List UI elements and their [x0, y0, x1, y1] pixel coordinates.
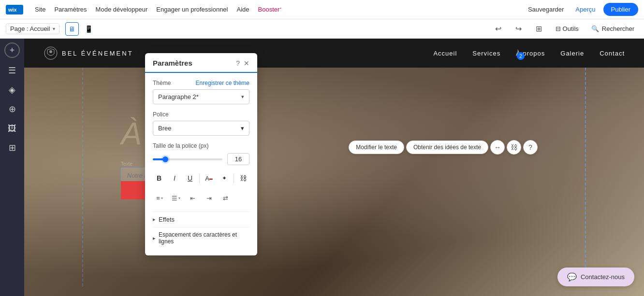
device-toggle: 🖥 📱: [65, 22, 95, 36]
panel-close-icon[interactable]: ✕: [244, 59, 249, 67]
sidebar-pages[interactable]: ☰: [3, 62, 21, 79]
font-size-label: Taille de la police (px): [153, 142, 249, 149]
highlight-button[interactable]: ✦: [218, 172, 231, 184]
sidebar-design[interactable]: ◈: [3, 81, 21, 99]
format-toolbar: B I U A▬ ✦ ⛓: [153, 172, 249, 184]
apercu-button[interactable]: Aperçu: [571, 4, 599, 15]
sidebar-apps[interactable]: ⊕: [3, 100, 21, 118]
page-bar: Page : Accueil ▾ 🖥 📱 ↩ ↪ ⊞ ⊟ Outils 🔍 Re…: [0, 19, 644, 39]
panel-header-icons: ? ✕: [236, 59, 249, 67]
chat-icon: 💬: [567, 272, 577, 282]
list-style-button[interactable]: ☰ ▾: [169, 191, 183, 205]
modifier-texte-button[interactable]: Modifier le texte: [349, 141, 404, 154]
site-nav: Accueil Services À propos Galerie Contac…: [433, 50, 625, 57]
panel-badge: 2: [517, 52, 525, 60]
nav-accueil[interactable]: Accueil: [433, 50, 457, 57]
top-bar: wix Site Paramètres Mode développeur Eng…: [0, 0, 644, 19]
tools-icon: ⊟: [556, 25, 561, 32]
publier-button[interactable]: Publier: [603, 3, 638, 16]
format-divider-1: [199, 173, 200, 183]
panel-help-icon[interactable]: ?: [236, 59, 240, 67]
theme-dropdown[interactable]: Paragraphe 2* ▾: [153, 89, 249, 104]
link-button[interactable]: ⛓: [237, 172, 249, 184]
top-bar-right: Sauvegarder Aperçu Publier: [524, 3, 638, 16]
underline-button[interactable]: U: [184, 172, 196, 184]
contactez-label: Contactez-nous: [581, 273, 625, 281]
espacement-row[interactable]: ▸ Espacement des caractères et lignes: [153, 227, 249, 249]
theme-row-label: Thème Enregistrer ce thème: [153, 80, 249, 86]
site-logo-icon: [44, 46, 58, 60]
site-preview: BEL ÉVÉNEMENT Accueil Services À propos …: [24, 39, 644, 296]
text-help-button[interactable]: ?: [523, 140, 538, 155]
page-bar-right: ↩ ↪ ⊞ ⊟ Outils 🔍 Rechercher: [491, 21, 638, 37]
format-divider-2: [234, 173, 234, 183]
mobile-icon[interactable]: 📱: [82, 22, 95, 36]
page-selector[interactable]: Page : Accueil ▾: [6, 23, 59, 34]
parametres-panel: Paramètres ? ✕ Thème Enregistrer ce thèm…: [145, 53, 257, 255]
indent-increase-icon: ⇥: [206, 195, 212, 202]
nav-contact[interactable]: Contact: [600, 50, 625, 57]
indent-increase-button[interactable]: ⇥: [202, 191, 216, 205]
nav-services[interactable]: Services: [472, 50, 500, 57]
bold-button[interactable]: B: [153, 172, 165, 184]
dashed-border-right: [585, 48, 586, 286]
font-size-input[interactable]: [227, 153, 249, 165]
nav-booster[interactable]: Booster: [258, 6, 281, 13]
site-header: BEL ÉVÉNEMENT Accueil Services À propos …: [24, 39, 644, 68]
nav-site[interactable]: Site: [35, 6, 45, 13]
canvas-area: BEL ÉVÉNEMENT Accueil Services À propos …: [24, 39, 644, 296]
outils-button[interactable]: ⊟ Outils: [552, 23, 583, 34]
add-element-button[interactable]: +: [4, 42, 20, 58]
panel-header: Paramètres ? ✕: [145, 53, 257, 73]
police-label: Police: [153, 111, 249, 118]
police-dropdown[interactable]: Bree ▾: [153, 121, 249, 136]
nav-engager[interactable]: Engager un professionnel: [156, 6, 228, 13]
sidebar-blocks[interactable]: ⊞: [3, 139, 21, 156]
rechercher-button[interactable]: 🔍 Rechercher: [587, 23, 638, 34]
align-left-button[interactable]: ≡ ▾: [153, 191, 166, 205]
dashed-border-left: [82, 48, 83, 286]
site-logo-text: BEL ÉVÉNEMENT: [62, 50, 133, 57]
redo-button[interactable]: ↪: [511, 21, 527, 37]
left-sidebar: + ☰ ◈ ⊕ 🖼 ⊞: [0, 39, 24, 296]
direction-button[interactable]: ⇄: [219, 191, 232, 205]
list-dropdown-arrow: ▾: [178, 196, 180, 200]
sidebar-media[interactable]: 🖼: [3, 120, 21, 137]
text-style-button[interactable]: ↔: [490, 140, 505, 155]
align-toolbar: ≡ ▾ ☰ ▾ ⇤ ⇥: [153, 191, 249, 205]
nav-parametres[interactable]: Paramètres: [54, 6, 87, 13]
direction-icon: ⇄: [223, 195, 228, 202]
floating-toolbar: Modifier le texte Obtenir des idées de t…: [349, 140, 538, 155]
effets-row[interactable]: ▸ Effets: [153, 211, 249, 227]
svg-text:wix: wix: [8, 7, 17, 13]
italic-button[interactable]: I: [168, 172, 181, 184]
list-icon: ☰: [172, 195, 177, 202]
police-value: Bree: [158, 125, 171, 132]
contactez-nous-button[interactable]: 💬 Contactez-nous: [557, 268, 634, 286]
indent-decrease-icon: ⇤: [190, 195, 195, 202]
sauvegarder-button[interactable]: Sauvegarder: [524, 4, 568, 15]
nav-galerie[interactable]: Galerie: [560, 50, 584, 57]
font-size-slider[interactable]: [153, 158, 222, 160]
enregistrer-theme-link[interactable]: Enregistrer ce thème: [196, 80, 249, 86]
theme-label: Thème: [153, 80, 171, 86]
align-left-icon: ≡: [156, 195, 160, 202]
slider-thumb[interactable]: [162, 156, 168, 162]
grid-button[interactable]: ⊞: [531, 21, 547, 37]
obtenir-idees-button[interactable]: Obtenir des idées de texte: [406, 141, 488, 154]
text-color-button[interactable]: A▬: [203, 172, 215, 184]
rechercher-label: Rechercher: [602, 25, 634, 32]
effets-label: Effets: [159, 216, 175, 223]
outils-label: Outils: [563, 25, 579, 32]
nav-aide[interactable]: Aide: [236, 6, 249, 13]
site-logo: BEL ÉVÉNEMENT: [44, 46, 133, 60]
effets-chevron: ▸: [153, 216, 156, 223]
undo-button[interactable]: ↩: [491, 21, 506, 37]
text-link-button[interactable]: ⛓: [507, 140, 521, 155]
page-selector-chevron: ▾: [53, 26, 55, 31]
indent-decrease-button[interactable]: ⇤: [186, 191, 199, 205]
nav-mode-dev[interactable]: Mode développeur: [96, 6, 148, 13]
desktop-icon[interactable]: 🖥: [65, 22, 79, 36]
espacement-chevron: ▸: [153, 235, 156, 241]
panel-body: Thème Enregistrer ce thème Paragraphe 2*…: [145, 73, 257, 255]
